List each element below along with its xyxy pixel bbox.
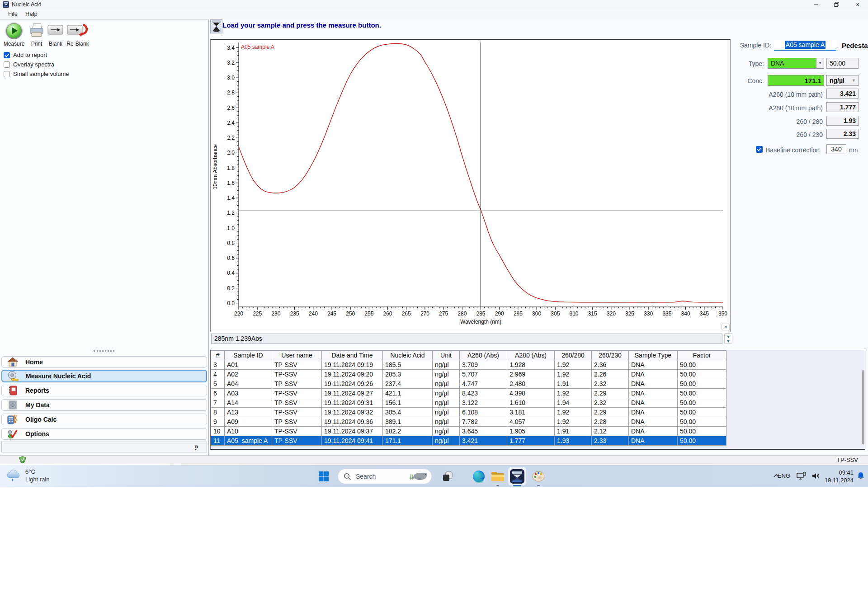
svg-text:3.0: 3.0 <box>227 75 235 81</box>
table-cell: 156.1 <box>383 398 433 408</box>
sidebar-item-options[interactable]: Options <box>1 428 207 440</box>
table-row[interactable]: 6A03TP-SSV19.11.2024 09:27421.1ng/µl8.42… <box>211 389 726 398</box>
column-header[interactable]: Nucleic Acid <box>383 351 433 360</box>
svg-text:1.0: 1.0 <box>227 225 235 231</box>
checkbox-unchecked-icon <box>4 71 10 77</box>
measure-button[interactable]: Measure <box>3 22 25 47</box>
running-indicator <box>496 485 499 486</box>
checkbox-small-sample-volume[interactable]: Small sample volume <box>4 71 69 77</box>
table-cell: A03 <box>225 389 272 398</box>
reblank-button[interactable]: Re-Blank <box>66 22 90 47</box>
clock[interactable]: 09:41 19.11.2024 <box>825 469 854 484</box>
table-cell: 1.91 <box>555 427 592 436</box>
column-header[interactable]: A260 (Abs) <box>460 351 507 360</box>
table-cell: A14 <box>225 398 272 408</box>
print-button[interactable]: Print <box>27 22 46 47</box>
table-cell: DNA <box>629 436 678 446</box>
table-cell: DNA <box>629 370 678 379</box>
column-header[interactable]: 260/230 <box>592 351 629 360</box>
table-cell: 4.747 <box>460 379 507 389</box>
blank-button[interactable]: Blank <box>47 22 64 47</box>
table-scrollbar[interactable] <box>862 370 864 444</box>
print-label: Print <box>31 41 42 47</box>
network-icon[interactable] <box>797 472 807 480</box>
column-header[interactable]: A280 (Abs) <box>507 351 555 360</box>
sidebar-item-measure-nucleic-acid[interactable]: Measure Nucleic Acid <box>1 370 207 382</box>
unit-dropdown[interactable]: ng/µl ▼ <box>826 75 859 86</box>
sidebar-item-reports[interactable]: Reports <box>1 385 207 396</box>
checkbox-overlay-spectra[interactable]: Overlay spectra <box>4 61 54 68</box>
spectrum-chart[interactable]: 0.00.20.40.60.81.01.21.41.61.82.02.22.42… <box>211 40 730 331</box>
file-explorer-icon[interactable] <box>491 470 505 483</box>
weather-widget[interactable]: 6°C Light rain <box>5 468 49 483</box>
column-header[interactable]: User name <box>272 351 322 360</box>
table-row[interactable]: 5A04TP-SSV19.11.2024 09:26237.4ng/µl4.74… <box>211 379 726 389</box>
table-cell: 2.33 <box>592 436 629 446</box>
results-table-wrap: #Sample IDUser nameDate and TimeNucleic … <box>210 350 865 450</box>
splitter-handle[interactable] <box>94 350 114 352</box>
column-header[interactable]: Factor <box>678 351 726 360</box>
menu-file[interactable]: File <box>8 10 18 17</box>
table-row[interactable]: 4A02TP-SSV19.11.2024 09:20285.3ng/µl5.70… <box>211 370 726 379</box>
table-cell: 171.1 <box>383 436 433 446</box>
chevron-down-icon: ▼ <box>852 75 858 85</box>
sidebar-footer[interactable]: » ▾ <box>1 442 207 452</box>
table-cell: TP-SSV <box>272 398 322 408</box>
baseline-correction-checkbox[interactable] <box>756 146 763 153</box>
svg-text:220: 220 <box>234 311 243 317</box>
table-row[interactable]: 10A10TP-SSV19.11.2024 09:37182.2ng/µl3.6… <box>211 427 726 436</box>
table-cell: 3.122 <box>460 398 507 408</box>
table-cell: TP-SSV <box>272 408 322 417</box>
sample-id-input[interactable]: A05 sample A <box>774 40 836 51</box>
table-cell: DNA <box>629 360 678 370</box>
restore-button[interactable] <box>826 0 847 9</box>
table-row[interactable]: 9A09TP-SSV19.11.2024 09:36389.1ng/µl7.78… <box>211 417 726 427</box>
column-header[interactable]: Sample Type <box>629 351 678 360</box>
collapse-left-button[interactable]: « <box>722 324 730 330</box>
sidebar-item-my-data[interactable]: My Data <box>1 399 207 411</box>
table-row[interactable]: 7A14TP-SSV19.11.2024 09:31156.1ng/µl3.12… <box>211 398 726 408</box>
svg-text:230: 230 <box>271 311 280 317</box>
system-tray: ENG 09:41 19.11.2024 <box>769 465 868 487</box>
svg-text:265: 265 <box>402 311 411 317</box>
column-header[interactable]: 260/280 <box>555 351 592 360</box>
minimize-button[interactable] <box>806 0 826 9</box>
table-cell: 2.480 <box>507 379 555 389</box>
svg-text:305: 305 <box>551 311 560 317</box>
sidebar-item-home[interactable]: Home <box>1 356 207 368</box>
column-header[interactable]: Unit <box>433 351 460 360</box>
expand-down-button[interactable]: ▼▼ <box>724 333 732 344</box>
start-button[interactable] <box>317 470 330 483</box>
type-dropdown[interactable]: DNA ▼ <box>768 58 824 69</box>
baseline-wavelength-field[interactable]: 340 <box>826 144 846 154</box>
search-box[interactable]: Search <box>338 469 432 484</box>
svg-text:340: 340 <box>681 311 690 317</box>
paint-icon[interactable] <box>532 470 545 483</box>
checkbox-add-to-report[interactable]: Add to report <box>4 52 47 58</box>
sidebar-item-oligo-calc[interactable]: Oligo Calc <box>1 414 207 425</box>
conc-label: Conc. <box>732 77 764 85</box>
table-cell: DNA <box>629 389 678 398</box>
svg-text:260: 260 <box>383 311 392 317</box>
security-shield-icon <box>19 456 26 465</box>
column-header[interactable]: Date and Time <box>322 351 383 360</box>
nucleic-acid-app-icon[interactable] <box>508 467 526 485</box>
column-header[interactable]: Sample ID <box>225 351 272 360</box>
factor-field[interactable]: 50.00 <box>826 58 859 69</box>
table-cell: 8 <box>211 408 225 417</box>
table-row[interactable]: 11A05 sample ATP-SSV19.11.2024 09:41171.… <box>211 436 726 446</box>
close-button[interactable]: × <box>847 0 868 9</box>
table-cell: 19.11.2024 09:20 <box>322 370 383 379</box>
task-view-button[interactable] <box>441 470 454 483</box>
table-row[interactable]: 3A01TP-SSV19.11.2024 09:19185.5ng/µl3.70… <box>211 360 726 370</box>
column-header[interactable]: # <box>211 351 225 360</box>
notification-bell-icon[interactable] <box>856 471 865 480</box>
language-indicator[interactable]: ENG <box>778 472 790 479</box>
type-label: Type: <box>732 60 764 67</box>
table-cell: 19.11.2024 09:26 <box>322 379 383 389</box>
table-row[interactable]: 8A13TP-SSV19.11.2024 09:32305.4ng/µl6.10… <box>211 408 726 417</box>
edge-icon[interactable] <box>472 470 486 483</box>
volume-icon[interactable] <box>812 472 821 480</box>
table-cell: A13 <box>225 408 272 417</box>
menu-help[interactable]: Help <box>25 10 38 17</box>
